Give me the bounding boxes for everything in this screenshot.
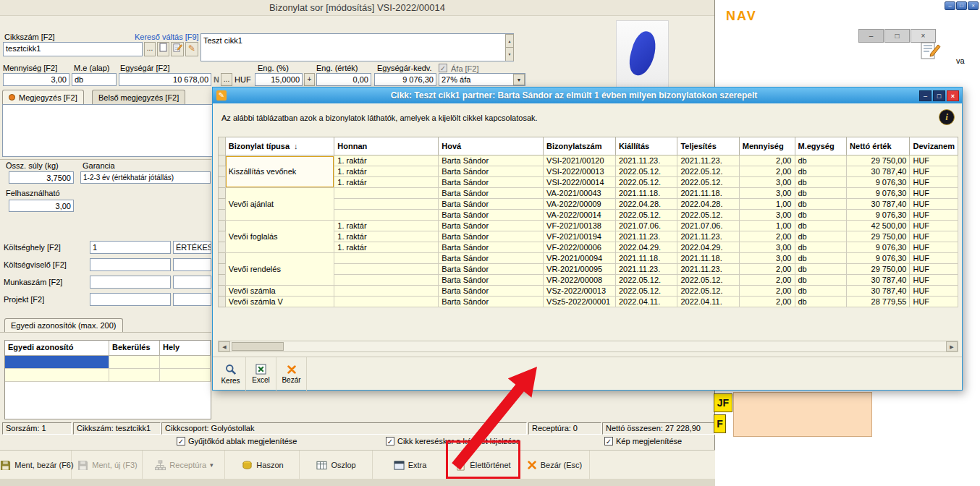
- cell-devizanem[interactable]: HUF: [910, 242, 958, 253]
- cell-mennyiseg[interactable]: 3,00: [739, 188, 795, 199]
- cell-kiallitas[interactable]: 2021.11.23.: [616, 264, 677, 275]
- cell-kiallitas[interactable]: 2021.11.23.: [616, 231, 677, 242]
- kereso-valtas-link[interactable]: Kereső váltás [F9]: [135, 33, 199, 41]
- column-header-bizonylatszam[interactable]: Bizonylatszám: [544, 137, 616, 155]
- cell-netto[interactable]: 28 779,55: [847, 297, 910, 307]
- eng-ertek-input[interactable]: 0,00: [316, 73, 371, 86]
- cell-mennyiseg[interactable]: 1,00: [739, 199, 795, 210]
- row-selector[interactable]: [219, 297, 226, 307]
- main-window-titlebar[interactable]: Bizonylat sor [módosítás] VSI-2022/00014: [0, 0, 714, 16]
- column-header-netto-ertek[interactable]: Nettó érték: [847, 137, 910, 155]
- cell-hova[interactable]: Barta Sándor: [439, 188, 544, 199]
- row-selector[interactable]: [219, 286, 226, 297]
- row-selector[interactable]: [219, 177, 226, 188]
- cell-devizanem[interactable]: HUF: [910, 155, 958, 166]
- cell-mennyiseg[interactable]: 3,00: [739, 177, 795, 188]
- cell-kiallitas[interactable]: 2021.11.18.: [616, 188, 677, 199]
- new-item-button[interactable]: [157, 42, 169, 56]
- horizontal-scrollbar[interactable]: ◀ ▶: [218, 341, 958, 352]
- column-header-m-egyseg[interactable]: M.egység: [795, 137, 847, 155]
- cell-devizanem[interactable]: HUF: [910, 177, 958, 188]
- cell-bizonylatszam[interactable]: VR-2022/00008: [544, 275, 616, 286]
- cell-mennyiseg[interactable]: 1,00: [739, 221, 795, 231]
- cell-honnan[interactable]: 1. raktár: [334, 242, 439, 253]
- cell-kiallitas[interactable]: 2022.04.11.: [616, 297, 677, 307]
- cell-devizanem[interactable]: HUF: [910, 253, 958, 264]
- cell-netto[interactable]: 9 076,30: [847, 253, 910, 264]
- column-header-teljesites[interactable]: Teljesítés: [677, 137, 739, 155]
- row-selector[interactable]: [219, 242, 226, 253]
- tab-belso-megjegyzes[interactable]: Belső megjegyzés [F2]: [92, 90, 185, 104]
- cell-bizonylat-tipusa[interactable]: Vevői számla V: [225, 297, 334, 307]
- cost-input-koltsegviselo-f2[interactable]: [90, 258, 171, 271]
- cell-teljesites[interactable]: 2022.05.12.: [677, 275, 739, 286]
- egysegar-kedv-input[interactable]: 9 076,30: [374, 73, 436, 86]
- table-row[interactable]: Vevői ajánlatBarta SándorVA-2021/0004320…: [219, 188, 958, 199]
- cell-mennyiseg[interactable]: 3,00: [739, 253, 795, 264]
- cost-extra-koltseghely-f2[interactable]: ÉRTÉKES: [173, 241, 211, 254]
- ossz-suly-input[interactable]: 3,7500: [9, 171, 74, 184]
- cell-devizanem[interactable]: HUF: [910, 188, 958, 199]
- cell-kiallitas[interactable]: 2021.07.06.: [616, 221, 677, 231]
- cell-teljesites[interactable]: 2022.05.12.: [677, 286, 739, 297]
- cell-bizonylatszam[interactable]: VSz-2022/00013: [544, 286, 616, 297]
- cell-megyseg[interactable]: db: [795, 275, 847, 286]
- cell-bizonylatszam[interactable]: VSI-2021/00120: [544, 155, 616, 166]
- cell-bizonylatszam[interactable]: VA-2022/00014: [544, 210, 616, 221]
- cell-honnan[interactable]: [334, 253, 439, 264]
- cell-hova[interactable]: Barta Sándor: [439, 210, 544, 221]
- info-icon[interactable]: i: [939, 109, 955, 125]
- cell-devizanem[interactable]: HUF: [910, 275, 958, 286]
- cell-mennyiseg[interactable]: 2,00: [739, 297, 795, 307]
- cell-megyseg[interactable]: db: [795, 231, 847, 242]
- dropdown-arrow-icon[interactable]: ▾: [210, 461, 214, 469]
- checkbox-kep-megjelenitese[interactable]: ✓Kép megjelenítése: [604, 436, 682, 446]
- cell-bizonylatszam[interactable]: VA-2022/00009: [544, 199, 616, 210]
- product-image[interactable]: [616, 20, 669, 88]
- cell-hova[interactable]: Barta Sándor: [439, 221, 544, 231]
- dialog-maximize-button[interactable]: □: [933, 90, 945, 101]
- scroll-left-arrow[interactable]: ◀: [219, 341, 230, 351]
- cell-mennyiseg[interactable]: 2,00: [739, 264, 795, 275]
- cell-honnan[interactable]: [334, 264, 439, 275]
- egyedi-cell[interactable]: [109, 356, 160, 369]
- cell-teljesites[interactable]: 2022.04.28.: [677, 199, 739, 210]
- row-selector[interactable]: [219, 155, 226, 166]
- cell-kiallitas[interactable]: 2021.11.18.: [616, 253, 677, 264]
- cell-devizanem[interactable]: HUF: [910, 199, 958, 210]
- bg-minimize-button[interactable]: –: [858, 29, 884, 43]
- row-selector[interactable]: [219, 253, 226, 264]
- cell-honnan[interactable]: [334, 275, 439, 286]
- cell-netto[interactable]: 9 076,30: [847, 188, 910, 199]
- price-browse-button[interactable]: ...: [221, 73, 232, 86]
- dialog-close-button[interactable]: ×: [947, 90, 959, 101]
- top-close-button[interactable]: ×: [968, 1, 979, 10]
- cell-hova[interactable]: Barta Sándor: [439, 155, 544, 166]
- column-header-kiallitas[interactable]: Kiállítás: [616, 137, 677, 155]
- row-selector[interactable]: [219, 188, 226, 199]
- item-name-textarea[interactable]: Teszt cikk1: [200, 33, 514, 61]
- cell-honnan[interactable]: 1. raktár: [334, 155, 439, 166]
- cell-hova[interactable]: Barta Sándor: [439, 275, 544, 286]
- cell-megyseg[interactable]: db: [795, 177, 847, 188]
- plus-button[interactable]: +: [304, 73, 315, 86]
- egyedi-row[interactable]: [5, 369, 211, 382]
- cell-megyseg[interactable]: db: [795, 155, 847, 166]
- table-row[interactable]: Vevői számlaBarta SándorVSz-2022/0001320…: [219, 286, 958, 297]
- table-row[interactable]: Vevői foglalás1. raktárBarta SándorVF-20…: [219, 221, 958, 231]
- row-selector[interactable]: [219, 166, 226, 177]
- cell-bizonylat-tipusa[interactable]: Vevői foglalás: [225, 221, 334, 253]
- cell-devizanem[interactable]: HUF: [910, 264, 958, 275]
- toolbar-button-oszlop[interactable]: Oszlop: [300, 451, 373, 479]
- cell-netto[interactable]: 30 787,40: [847, 166, 910, 177]
- cell-mennyiseg[interactable]: 3,00: [739, 210, 795, 221]
- garancia-input[interactable]: 1-2-3 év (értékhatár jótállás): [80, 171, 211, 184]
- toolbar-button-ment-bezar-f6[interactable]: Ment, bezár (F6): [3, 451, 72, 479]
- egysegar-input[interactable]: 10 678,00: [119, 73, 211, 86]
- egyedi-col-bekerules[interactable]: Bekerülés: [109, 341, 160, 356]
- cell-hova[interactable]: Barta Sándor: [439, 253, 544, 264]
- cell-megyseg[interactable]: db: [795, 188, 847, 199]
- top-minimize-button[interactable]: –: [945, 1, 955, 10]
- cell-hova[interactable]: Barta Sándor: [439, 264, 544, 275]
- cell-netto[interactable]: 30 787,40: [847, 199, 910, 210]
